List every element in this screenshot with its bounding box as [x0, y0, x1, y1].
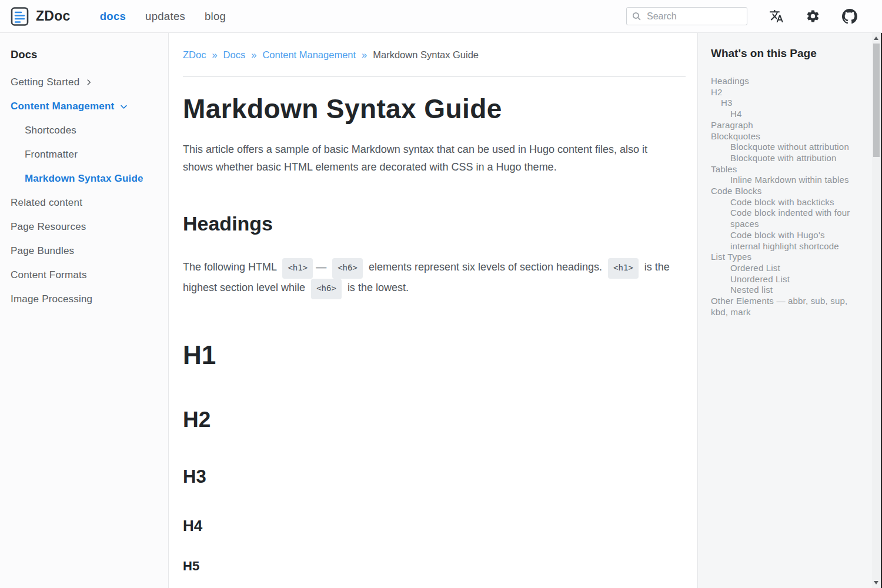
sidebar-title: Docs: [11, 48, 161, 61]
primary-nav: docs updates blog: [100, 10, 226, 23]
h1-code-chip: <h1>: [282, 258, 313, 279]
breadcrumb-separator: »: [251, 49, 256, 61]
app-window: ZDoc docs updates blog: [0, 0, 882, 588]
desc-dash: —: [316, 261, 326, 273]
toc-title: What's on this Page: [711, 47, 856, 60]
settings-gear-icon[interactable]: [806, 9, 820, 24]
sidebar-item-getting-started[interactable]: Getting Started: [11, 76, 161, 88]
scroll-down-arrow-icon[interactable]: [874, 581, 878, 584]
nav-link-docs[interactable]: docs: [100, 10, 126, 23]
sidebar-item-frontmatter[interactable]: Frontmatter: [25, 149, 161, 161]
toc-item-list-types[interactable]: List Types: [711, 252, 856, 263]
section-heading-headings: Headings: [183, 212, 680, 235]
demo-heading-h5: H5: [183, 559, 680, 574]
toc-item-code-blocks[interactable]: Code Blocks: [711, 186, 856, 197]
demo-heading-h2: H2: [183, 407, 680, 432]
breadcrumb-current: Markdown Syntax Guide: [373, 49, 479, 61]
breadcrumb-separator: »: [212, 49, 217, 61]
sidebar-item-related-content[interactable]: Related content: [11, 197, 161, 209]
page-title: Markdown Syntax Guide: [183, 93, 680, 125]
toc-item-unordered-list[interactable]: Unordered List: [711, 274, 856, 285]
top-navbar: ZDoc docs updates blog: [0, 0, 882, 33]
scrollbar-thumb[interactable]: [873, 44, 880, 157]
toc-item-ordered-list[interactable]: Ordered List: [711, 263, 856, 274]
sidebar-item-label: Markdown Syntax Guide: [25, 173, 143, 185]
main-content: ZDoc » Docs » Content Management » Markd…: [169, 33, 697, 588]
sidebar-item-content-management[interactable]: Content Management: [11, 101, 161, 112]
breadcrumb-link-content-management[interactable]: Content Management: [262, 49, 356, 61]
github-icon[interactable]: [842, 9, 857, 24]
nav-link-updates[interactable]: updates: [145, 10, 185, 23]
breadcrumb: ZDoc » Docs » Content Management » Markd…: [183, 33, 686, 61]
sidebar-item-content-formats[interactable]: Content Formats: [11, 269, 161, 281]
toc-item-code-block-indented[interactable]: Code block indented with four spaces: [711, 208, 856, 229]
sidebar-item-label: Related content: [11, 197, 82, 209]
sidebar-item-label: Page Bundles: [11, 245, 74, 257]
desc-text: elements represent six levels of section…: [369, 261, 602, 273]
zdoc-logo-icon[interactable]: [11, 6, 29, 26]
toc-item-tables[interactable]: Tables: [711, 164, 856, 175]
toc-item-blockquote-without-attribution[interactable]: Blockquote without attribution: [711, 142, 856, 153]
breadcrumb-divider: [183, 76, 686, 77]
docs-sidebar: Docs Getting Started Content Management …: [0, 33, 169, 588]
demo-heading-h4: H4: [183, 517, 680, 535]
breadcrumb-link-zdoc[interactable]: ZDoc: [183, 49, 206, 61]
toc-item-code-block-highlight-shortcode[interactable]: Code block with Hugo's internal highligh…: [711, 230, 856, 252]
toc-item-inline-markdown-within-tables[interactable]: Inline Markdown within tables: [711, 175, 856, 186]
h6-code-chip: <h6>: [311, 279, 342, 299]
toc-item-h3[interactable]: H3: [711, 98, 856, 109]
sidebar-item-label: Frontmatter: [25, 149, 78, 161]
breadcrumb-link-docs[interactable]: Docs: [223, 49, 246, 61]
demo-heading-h1: H1: [183, 340, 680, 370]
sidebar-item-shortcodes[interactable]: Shortcodes: [25, 125, 161, 136]
sidebar-nav: Getting Started Content Management Short…: [11, 76, 161, 305]
toc-item-headings[interactable]: Headings: [711, 76, 856, 87]
brand-title[interactable]: ZDoc: [36, 8, 71, 24]
sidebar-item-label: Shortcodes: [25, 125, 76, 136]
sidebar-item-page-bundles[interactable]: Page Bundles: [11, 245, 161, 257]
navbar-left: ZDoc docs updates blog: [11, 6, 226, 26]
toc-item-h2[interactable]: H2: [711, 87, 856, 98]
toc-item-other-elements[interactable]: Other Elements — abbr, sub, sup, kbd, ma…: [711, 296, 856, 318]
chevron-down-icon: [119, 102, 128, 111]
navbar-right: [626, 7, 857, 25]
demo-heading-h3: H3: [183, 466, 680, 487]
toc-panel: What's on this Page Headings H2 H3 H4 Pa…: [697, 33, 872, 588]
h1-code-chip: <h1>: [608, 258, 639, 279]
toc-item-blockquote-with-attribution[interactable]: Blockquote with attribution: [711, 153, 856, 164]
article-intro: This article offers a sample of basic Ma…: [183, 141, 680, 176]
article: Markdown Syntax Guide This article offer…: [183, 93, 680, 588]
toc-item-h4[interactable]: H4: [711, 109, 856, 120]
sidebar-item-label: Page Resources: [11, 221, 86, 233]
sidebar-item-label: Getting Started: [11, 76, 79, 88]
toc-item-code-block-with-backticks[interactable]: Code block with backticks: [711, 197, 856, 208]
headings-description: The following HTML <h1>— <h6> elements r…: [183, 258, 680, 299]
scroll-up-arrow-icon[interactable]: [874, 36, 878, 40]
translate-icon[interactable]: [769, 9, 784, 24]
search-input[interactable]: [647, 11, 742, 22]
nav-link-blog[interactable]: blog: [205, 10, 226, 23]
sidebar-item-page-resources[interactable]: Page Resources: [11, 221, 161, 233]
sidebar-item-image-processing[interactable]: Image Processing: [11, 293, 161, 305]
page-layout: Docs Getting Started Content Management …: [0, 33, 882, 588]
sidebar-item-label: Image Processing: [11, 293, 92, 305]
toc-list: Headings H2 H3 H4 Paragraph Blockquotes …: [711, 76, 856, 318]
desc-text: is the lowest.: [348, 282, 409, 293]
breadcrumb-separator: »: [362, 49, 367, 61]
sidebar-item-label: Content Management: [11, 101, 114, 112]
desc-text: The following HTML: [183, 261, 276, 273]
h6-code-chip: <h6>: [332, 258, 363, 279]
sidebar-item-label: Content Formats: [11, 269, 87, 281]
search-icon: [632, 11, 642, 21]
chevron-right-icon: [85, 78, 93, 86]
toc-item-blockquotes[interactable]: Blockquotes: [711, 131, 856, 142]
search-box[interactable]: [626, 7, 747, 25]
toc-item-nested-list[interactable]: Nested list: [711, 285, 856, 296]
toc-item-paragraph[interactable]: Paragraph: [711, 120, 856, 131]
sidebar-item-markdown-syntax-guide[interactable]: Markdown Syntax Guide: [25, 173, 161, 185]
scrollbar[interactable]: [872, 33, 881, 588]
